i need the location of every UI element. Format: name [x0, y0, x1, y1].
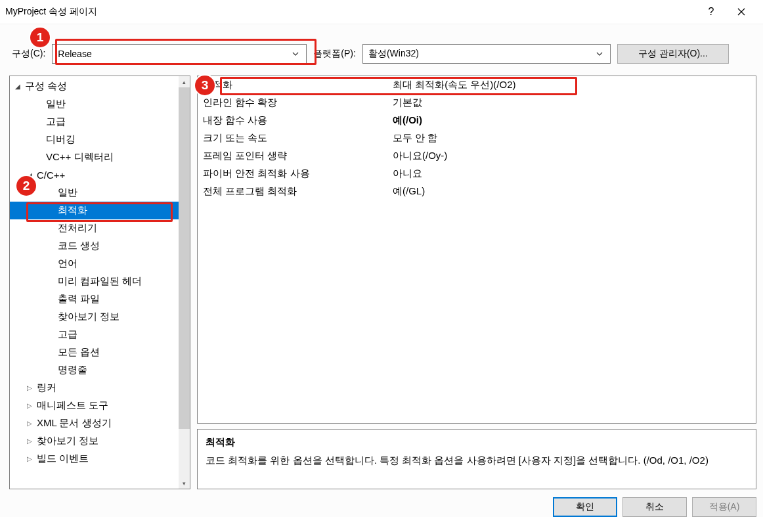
tree-item-vcdirs[interactable]: VC++ 디렉터리 [10, 148, 179, 166]
prop-val[interactable]: 모두 안 함 [391, 132, 756, 144]
scrollbar-track[interactable] [179, 429, 190, 477]
tree-item-label: 출력 파일 [58, 293, 100, 305]
property-description-body: 코드 최적화를 위한 옵션을 선택합니다. 특정 최적화 옵션을 사용하려면 [… [206, 453, 748, 468]
prop-val[interactable]: 예(/Oi) [391, 114, 756, 127]
tree-item-label: 찾아보기 정보 [58, 311, 120, 323]
tree-item-label: VC++ 디렉터리 [46, 151, 114, 164]
prop-key: 파이버 안전 최적화 사용 [198, 167, 391, 180]
step-badge-1: 1 [29, 26, 51, 49]
tree-item-label: 코드 생성 [58, 240, 100, 252]
content-area: ◢ 구성 속성 일반 고급 디버깅 VC++ 디렉터리 ◢ C/C++ 일반 최… [0, 76, 763, 489]
tree-item-label: 최적화 [58, 204, 87, 217]
tree-item-label: 구성 속성 [25, 80, 67, 93]
chevron-down-icon [290, 49, 301, 59]
prop-key: 프레임 포인터 생략 [198, 150, 391, 162]
prop-row[interactable]: 최적화 최대 최적화(속도 우선)(/O2) [198, 76, 756, 94]
step-badge-2: 2 [15, 175, 37, 197]
tree-arrow-expanded-icon: ◢ [12, 83, 23, 90]
tree-item-label: C/C++ [37, 169, 65, 181]
tree-item-ccpp-precompiled[interactable]: 미리 컴파일된 헤더 [10, 273, 179, 290]
tree-item-ccpp-preprocessor[interactable]: 전처리기 [10, 219, 179, 237]
apply-button[interactable]: 적용(A) [692, 497, 756, 517]
tree-arrow-collapsed-icon: ▷ [24, 420, 35, 427]
tree-item-label: 언어 [58, 257, 77, 270]
platform-dropdown-value: 활성(Win32) [368, 48, 594, 60]
help-button[interactable]: ? [696, 2, 726, 22]
tree-item-label: XML 문서 생성기 [37, 417, 112, 430]
tree-arrow-collapsed-icon: ▷ [24, 455, 35, 462]
footer: 확인 취소 적용(A) [0, 489, 763, 517]
scrollbar[interactable]: ▴ ▾ [179, 76, 190, 489]
tree-item-label: 빌드 이벤트 [37, 453, 89, 465]
prop-row[interactable]: 프레임 포인터 생략 아니요(/Oy-) [198, 147, 756, 165]
prop-row[interactable]: 인라인 함수 확장 기본값 [198, 94, 756, 112]
property-description-title: 최적화 [206, 436, 748, 449]
tree-item-ccpp-cmdline[interactable]: 명령줄 [10, 361, 179, 379]
tree-item-ccpp-advanced[interactable]: 고급 [10, 326, 179, 344]
prop-val[interactable]: 아니요 [391, 167, 756, 180]
tree-item-ccpp-language[interactable]: 언어 [10, 255, 179, 273]
tree-item-label: 고급 [58, 328, 77, 341]
tree-item-manifest[interactable]: ▷ 매니페스트 도구 [10, 397, 179, 414]
tree-scroll[interactable]: ◢ 구성 속성 일반 고급 디버깅 VC++ 디렉터리 ◢ C/C++ 일반 최… [10, 76, 179, 489]
tree-item-linker[interactable]: ▷ 링커 [10, 379, 179, 397]
tree-item-label: 명령줄 [58, 364, 87, 376]
prop-val[interactable]: 아니요(/Oy-) [391, 150, 756, 162]
tree-item-label: 미리 컴파일된 헤더 [58, 275, 142, 288]
prop-row[interactable]: 크기 또는 속도 모두 안 함 [198, 129, 756, 147]
tree-arrow-collapsed-icon: ▷ [24, 437, 35, 445]
close-icon [737, 8, 745, 16]
config-dropdown-value: Release [58, 49, 290, 59]
tree-item-ccpp-optimization[interactable]: 최적화 [10, 202, 179, 219]
tree-item-browseinfo[interactable]: ▷ 찾아보기 정보 [10, 432, 179, 450]
tree-item-xmldocgen[interactable]: ▷ XML 문서 생성기 [10, 414, 179, 432]
property-panel: 최적화 최대 최적화(속도 우선)(/O2) 인라인 함수 확장 기본값 내장 … [197, 76, 756, 489]
property-grid: 최적화 최대 최적화(속도 우선)(/O2) 인라인 함수 확장 기본값 내장 … [197, 76, 756, 424]
tree-item-ccpp-browseinfo[interactable]: 찾아보기 정보 [10, 308, 179, 326]
prop-val[interactable]: 최대 최적화(속도 우선)(/O2) [391, 79, 756, 91]
platform-label: 플랫폼(P): [313, 48, 356, 60]
tree-item-label: 매니페스트 도구 [37, 399, 108, 412]
prop-val[interactable]: 기본값 [391, 97, 756, 109]
platform-dropdown[interactable]: 활성(Win32) [362, 44, 611, 64]
prop-key: 크기 또는 속도 [198, 132, 391, 144]
step-badge-3: 3 [194, 74, 216, 97]
ok-button[interactable]: 확인 [553, 497, 617, 517]
cancel-button[interactable]: 취소 [622, 497, 687, 517]
tree-item-ccpp-alloptions[interactable]: 모든 옵션 [10, 344, 179, 361]
tree-item-advanced[interactable]: 고급 [10, 113, 179, 131]
tree-item-ccpp-codegen[interactable]: 코드 생성 [10, 237, 179, 255]
tree-item-label: 일반 [58, 187, 77, 199]
tree-item-label: 전처리기 [58, 222, 97, 234]
prop-row[interactable]: 전체 프로그램 최적화 예(/GL) [198, 183, 756, 200]
tree-arrow-collapsed-icon: ▷ [24, 402, 35, 409]
tree-item-ccpp-outputfiles[interactable]: 출력 파일 [10, 290, 179, 308]
prop-val[interactable]: 예(/GL) [391, 185, 756, 198]
tree-root[interactable]: ◢ 구성 속성 [10, 78, 179, 95]
tree-item-buildevents[interactable]: ▷ 빌드 이벤트 [10, 450, 179, 468]
prop-row[interactable]: 파이버 안전 최적화 사용 아니요 [198, 165, 756, 183]
chevron-down-icon [594, 49, 605, 59]
prop-key: 최적화 [198, 79, 391, 91]
scrollbar-thumb[interactable] [179, 87, 190, 429]
tree-item-label: 디버깅 [46, 133, 76, 146]
tree-item-label: 일반 [46, 98, 66, 110]
tree-item-label: 고급 [46, 116, 66, 128]
prop-key: 인라인 함수 확장 [198, 97, 391, 109]
window-title: MyProject 속성 페이지 [5, 6, 696, 18]
tree-item-debugging[interactable]: 디버깅 [10, 131, 179, 148]
scroll-up-icon[interactable]: ▴ [179, 76, 190, 87]
scroll-down-icon[interactable]: ▾ [179, 477, 190, 489]
prop-key: 전체 프로그램 최적화 [198, 185, 391, 198]
prop-row[interactable]: 내장 함수 사용 예(/Oi) [198, 112, 756, 129]
tree-arrow-collapsed-icon: ▷ [24, 384, 35, 391]
titlebar: MyProject 속성 페이지 ? [0, 0, 763, 24]
tree-item-label: 찾아보기 정보 [37, 435, 98, 447]
prop-key: 내장 함수 사용 [198, 114, 391, 127]
tree-item-general[interactable]: 일반 [10, 95, 179, 113]
config-dropdown[interactable]: Release [52, 44, 307, 64]
config-manager-button[interactable]: 구성 관리자(O)... [617, 44, 729, 64]
tree-item-label: 링커 [37, 382, 56, 394]
close-button[interactable] [726, 2, 756, 22]
config-label: 구성(C): [12, 48, 45, 60]
